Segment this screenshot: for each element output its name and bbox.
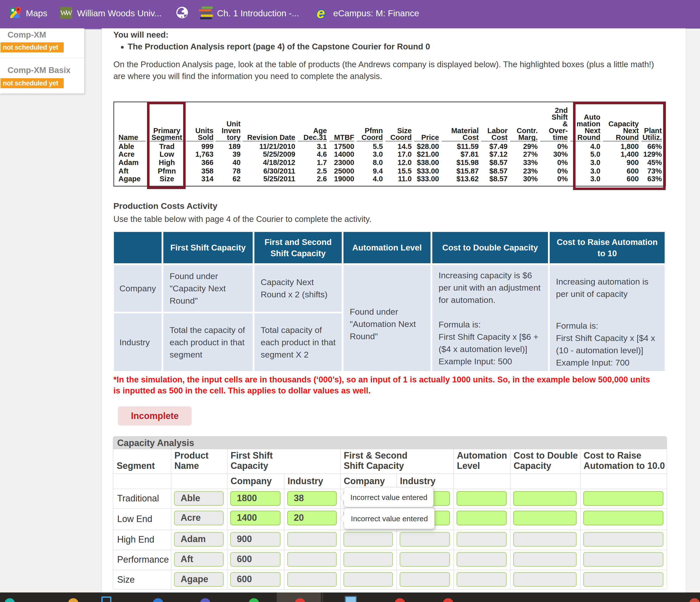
svg-text:e: e bbox=[317, 4, 325, 21]
